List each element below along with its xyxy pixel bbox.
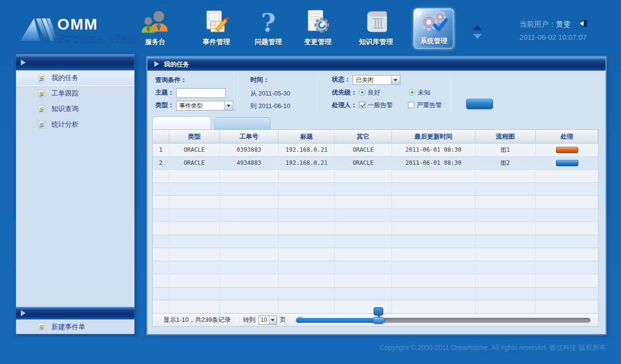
flowchart-link[interactable]: 图1	[501, 146, 510, 154]
cell-other: ORACLE	[335, 143, 392, 157]
column-header-action[interactable]: 处理	[536, 130, 598, 143]
table-row-empty	[153, 170, 598, 183]
problem-management-icon: ?	[256, 9, 280, 37]
time-from: 从 2011-05-30	[250, 89, 290, 98]
column-header-updated[interactable]: 最后更新时间	[392, 130, 475, 143]
service-desk-icon	[141, 9, 169, 37]
filter-divider	[317, 75, 317, 112]
row-action-button[interactable]	[556, 147, 578, 153]
type-select[interactable]: 事件类型	[176, 101, 233, 111]
priority-radio-good[interactable]	[359, 89, 365, 95]
goto-label: 转到	[243, 316, 256, 324]
nav-label: 系统管理	[414, 37, 454, 46]
incident-management-icon	[203, 9, 229, 37]
tab-results-1[interactable]	[152, 116, 211, 129]
dropdown-arrow-icon	[391, 76, 400, 84]
pagination-bar: 显示1-10，共239条记录 转到 10 页	[152, 313, 599, 327]
logo-triangle-icon	[19, 14, 57, 44]
nav-item-service-desk[interactable]: 服务台	[132, 9, 179, 50]
top-header: OMM Browse View 服务台	[0, 0, 621, 54]
table-header-row: 类型 工单号 标题 其它 最后更新时间 流程图 处理	[153, 130, 598, 143]
column-header-title[interactable]: 标题	[278, 130, 335, 143]
nav-expand-arrows[interactable]	[472, 25, 483, 43]
handler-label: 处理人：	[332, 101, 357, 109]
column-header-order-no[interactable]: 工单号	[220, 130, 279, 143]
tab-results-2[interactable]	[214, 117, 271, 129]
arrow-right-icon	[21, 60, 26, 65]
subject-input[interactable]	[176, 88, 226, 98]
cell-order-no: 0393883	[220, 143, 279, 157]
priority-label: 优先级：	[332, 89, 357, 96]
page-select[interactable]: 10	[259, 316, 277, 325]
pagination-slider-track[interactable]	[296, 318, 590, 323]
column-header-type[interactable]: 类型	[169, 130, 220, 143]
type-select-value: 事件类型	[177, 102, 206, 110]
flowchart-link[interactable]: 图2	[501, 159, 510, 167]
handler-option-label: 一般告警	[368, 101, 393, 109]
sidebar-header-bar	[16, 54, 134, 70]
table-row-empty	[153, 248, 598, 261]
page-suffix-label: 页	[280, 316, 286, 324]
filter-divider	[451, 75, 451, 112]
priority-radio-unknown[interactable]	[409, 89, 415, 95]
table-row[interactable]: 1 ORACLE 0393883 192.168.0.21 ORACLE 201…	[153, 143, 598, 157]
handler-checkbox-severe-alarm[interactable]	[408, 102, 414, 108]
pagination-slider-thumb[interactable]	[372, 317, 385, 324]
panel-title-bar: 我的任务	[147, 57, 605, 71]
nav-item-incident-management[interactable]: 事件管理	[193, 9, 240, 50]
copyright-text: Copyright © 2000-2011 Dreamstime. All ri…	[379, 344, 606, 352]
page: OMM Browse View 服务台	[0, 0, 621, 364]
logout-icon[interactable]	[579, 19, 588, 28]
sidebar-item-my-tasks[interactable]: 我的任务	[16, 70, 134, 86]
table-empty-rows	[153, 170, 598, 314]
column-header-index[interactable]	[153, 130, 169, 143]
nav-item-problem-management[interactable]: ? 问题管理	[245, 9, 292, 50]
sidebar-item-ticket-tracking[interactable]: 工单跟踪	[16, 86, 134, 101]
knowledge-base-icon	[363, 9, 389, 37]
logo-subtitle: Browse View	[57, 31, 137, 45]
nav-label: 事件管理	[193, 38, 240, 47]
sidebar-item-label: 知识查询	[51, 105, 79, 113]
page-title: 我的任务	[164, 60, 189, 69]
nav-item-system-management[interactable]: ✦ 系统管理	[413, 8, 454, 49]
sidebar-spacer	[16, 132, 134, 307]
panel-body: 查询条件： 主题： 类型： 事件类型 时间： 从 2011-05-30 到 20…	[147, 71, 605, 334]
cell-type: ORACLE	[169, 143, 220, 157]
table-row-empty	[153, 196, 598, 209]
cell-index: 1	[153, 143, 169, 157]
cell-title: 192.168.0.21	[278, 143, 335, 157]
task-doc-icon	[37, 105, 46, 113]
user-info: 当前用户：黄雯 2011-06-02 10:07:07	[520, 19, 588, 41]
system-management-icon	[419, 11, 448, 36]
time-title: 时间：	[250, 76, 269, 84]
results-table: 类型 工单号 标题 其它 最后更新时间 流程图 处理 1 ORACLE 0393…	[152, 129, 599, 314]
task-doc-icon	[37, 74, 46, 82]
pagination-slider-fill	[296, 318, 378, 323]
table-row[interactable]: 2 ORACLE 4934883 192.168.0.21 ORACLE 201…	[153, 157, 598, 170]
sidebar-item-new-incident[interactable]: 新建事件单	[16, 319, 134, 334]
sidebar-item-knowledge-query[interactable]: 知识查询	[16, 101, 134, 117]
column-header-flowchart[interactable]: 流程图	[475, 130, 536, 143]
handler-option-label: 严重告警	[417, 101, 442, 109]
table-row-empty	[153, 183, 598, 196]
time-to: 到 2011-06-10	[250, 102, 290, 111]
sidebar-item-statistics[interactable]: 统计分析	[16, 117, 134, 132]
column-header-other[interactable]: 其它	[335, 130, 392, 143]
cell-updated: 2011-06-01 08:30	[392, 157, 475, 170]
nav-label: 服务台	[132, 38, 179, 47]
status-select[interactable]: 已关闭	[353, 75, 400, 85]
cell-index: 2	[153, 157, 169, 170]
search-button[interactable]	[466, 99, 493, 109]
nav-item-knowledge-base-management[interactable]: 知识库管理	[353, 9, 399, 50]
cell-title: 192.168.0.21	[278, 157, 335, 170]
handler-checkbox-general-alarm[interactable]	[359, 102, 365, 108]
nav-item-change-management[interactable]: 变更管理	[294, 9, 341, 50]
arrow-right-icon	[154, 61, 159, 67]
priority-option-label: 良好	[368, 89, 380, 96]
subject-label: 主题：	[155, 89, 174, 96]
priority-option-label: 未知	[418, 89, 430, 96]
main-panel: 我的任务 查询条件： 主题： 类型： 事件类型 时间：	[147, 57, 606, 334]
sidebar-footer-bar	[16, 307, 134, 319]
current-user-name: 黄雯	[556, 20, 571, 28]
row-action-button[interactable]	[556, 160, 578, 166]
